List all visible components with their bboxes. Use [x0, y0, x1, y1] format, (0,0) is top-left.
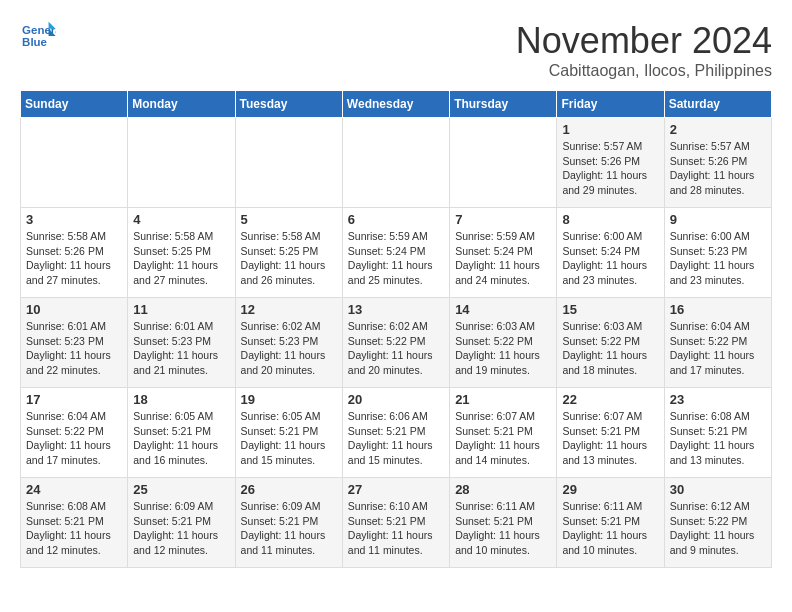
day-info: Sunrise: 5:59 AMSunset: 5:24 PMDaylight:…	[348, 229, 444, 288]
weekday-row: SundayMondayTuesdayWednesdayThursdayFrid…	[21, 91, 772, 118]
day-number: 15	[562, 302, 658, 317]
day-number: 20	[348, 392, 444, 407]
day-number: 24	[26, 482, 122, 497]
calendar-cell: 16Sunrise: 6:04 AMSunset: 5:22 PMDayligh…	[664, 298, 771, 388]
calendar-cell: 2Sunrise: 5:57 AMSunset: 5:26 PMDaylight…	[664, 118, 771, 208]
day-number: 6	[348, 212, 444, 227]
location-subtitle: Cabittaogan, Ilocos, Philippines	[516, 62, 772, 80]
calendar-table: SundayMondayTuesdayWednesdayThursdayFrid…	[20, 90, 772, 568]
day-number: 14	[455, 302, 551, 317]
day-number: 25	[133, 482, 229, 497]
day-number: 5	[241, 212, 337, 227]
day-info: Sunrise: 6:02 AMSunset: 5:22 PMDaylight:…	[348, 319, 444, 378]
calendar-cell: 3Sunrise: 5:58 AMSunset: 5:26 PMDaylight…	[21, 208, 128, 298]
calendar-cell: 5Sunrise: 5:58 AMSunset: 5:25 PMDaylight…	[235, 208, 342, 298]
day-info: Sunrise: 5:57 AMSunset: 5:26 PMDaylight:…	[670, 139, 766, 198]
day-number: 10	[26, 302, 122, 317]
day-info: Sunrise: 5:58 AMSunset: 5:26 PMDaylight:…	[26, 229, 122, 288]
day-info: Sunrise: 6:01 AMSunset: 5:23 PMDaylight:…	[26, 319, 122, 378]
day-info: Sunrise: 5:59 AMSunset: 5:24 PMDaylight:…	[455, 229, 551, 288]
day-number: 26	[241, 482, 337, 497]
day-number: 1	[562, 122, 658, 137]
day-number: 18	[133, 392, 229, 407]
day-info: Sunrise: 6:00 AMSunset: 5:24 PMDaylight:…	[562, 229, 658, 288]
calendar-cell: 23Sunrise: 6:08 AMSunset: 5:21 PMDayligh…	[664, 388, 771, 478]
calendar-cell: 29Sunrise: 6:11 AMSunset: 5:21 PMDayligh…	[557, 478, 664, 568]
day-number: 3	[26, 212, 122, 227]
day-number: 9	[670, 212, 766, 227]
logo-icon: General Blue	[20, 20, 56, 50]
logo: General Blue	[20, 20, 56, 50]
day-number: 27	[348, 482, 444, 497]
calendar-cell: 25Sunrise: 6:09 AMSunset: 5:21 PMDayligh…	[128, 478, 235, 568]
day-number: 16	[670, 302, 766, 317]
calendar-week-row: 3Sunrise: 5:58 AMSunset: 5:26 PMDaylight…	[21, 208, 772, 298]
calendar-cell: 28Sunrise: 6:11 AMSunset: 5:21 PMDayligh…	[450, 478, 557, 568]
calendar-cell	[21, 118, 128, 208]
calendar-cell	[450, 118, 557, 208]
day-number: 2	[670, 122, 766, 137]
title-area: November 2024 Cabittaogan, Ilocos, Phili…	[516, 20, 772, 80]
calendar-cell: 30Sunrise: 6:12 AMSunset: 5:22 PMDayligh…	[664, 478, 771, 568]
weekday-header: Monday	[128, 91, 235, 118]
calendar-cell: 26Sunrise: 6:09 AMSunset: 5:21 PMDayligh…	[235, 478, 342, 568]
calendar-cell: 20Sunrise: 6:06 AMSunset: 5:21 PMDayligh…	[342, 388, 449, 478]
day-number: 12	[241, 302, 337, 317]
calendar-cell: 27Sunrise: 6:10 AMSunset: 5:21 PMDayligh…	[342, 478, 449, 568]
day-info: Sunrise: 6:04 AMSunset: 5:22 PMDaylight:…	[670, 319, 766, 378]
day-info: Sunrise: 6:07 AMSunset: 5:21 PMDaylight:…	[562, 409, 658, 468]
weekday-header: Saturday	[664, 91, 771, 118]
calendar-cell: 17Sunrise: 6:04 AMSunset: 5:22 PMDayligh…	[21, 388, 128, 478]
day-info: Sunrise: 6:09 AMSunset: 5:21 PMDaylight:…	[241, 499, 337, 558]
calendar-header: SundayMondayTuesdayWednesdayThursdayFrid…	[21, 91, 772, 118]
day-info: Sunrise: 6:12 AMSunset: 5:22 PMDaylight:…	[670, 499, 766, 558]
day-number: 19	[241, 392, 337, 407]
day-info: Sunrise: 6:07 AMSunset: 5:21 PMDaylight:…	[455, 409, 551, 468]
day-info: Sunrise: 5:58 AMSunset: 5:25 PMDaylight:…	[241, 229, 337, 288]
day-number: 13	[348, 302, 444, 317]
calendar-cell: 12Sunrise: 6:02 AMSunset: 5:23 PMDayligh…	[235, 298, 342, 388]
calendar-cell	[235, 118, 342, 208]
day-number: 28	[455, 482, 551, 497]
day-info: Sunrise: 6:03 AMSunset: 5:22 PMDaylight:…	[455, 319, 551, 378]
calendar-cell: 7Sunrise: 5:59 AMSunset: 5:24 PMDaylight…	[450, 208, 557, 298]
day-info: Sunrise: 6:01 AMSunset: 5:23 PMDaylight:…	[133, 319, 229, 378]
calendar-cell: 11Sunrise: 6:01 AMSunset: 5:23 PMDayligh…	[128, 298, 235, 388]
calendar-cell	[342, 118, 449, 208]
day-info: Sunrise: 5:58 AMSunset: 5:25 PMDaylight:…	[133, 229, 229, 288]
page-header: General Blue November 2024 Cabittaogan, …	[20, 20, 772, 80]
calendar-cell: 9Sunrise: 6:00 AMSunset: 5:23 PMDaylight…	[664, 208, 771, 298]
day-info: Sunrise: 6:06 AMSunset: 5:21 PMDaylight:…	[348, 409, 444, 468]
calendar-week-row: 1Sunrise: 5:57 AMSunset: 5:26 PMDaylight…	[21, 118, 772, 208]
day-info: Sunrise: 6:10 AMSunset: 5:21 PMDaylight:…	[348, 499, 444, 558]
day-info: Sunrise: 6:11 AMSunset: 5:21 PMDaylight:…	[455, 499, 551, 558]
calendar-cell: 15Sunrise: 6:03 AMSunset: 5:22 PMDayligh…	[557, 298, 664, 388]
calendar-cell: 4Sunrise: 5:58 AMSunset: 5:25 PMDaylight…	[128, 208, 235, 298]
day-number: 22	[562, 392, 658, 407]
day-number: 8	[562, 212, 658, 227]
day-info: Sunrise: 6:05 AMSunset: 5:21 PMDaylight:…	[133, 409, 229, 468]
day-number: 29	[562, 482, 658, 497]
day-number: 7	[455, 212, 551, 227]
day-number: 30	[670, 482, 766, 497]
day-info: Sunrise: 6:05 AMSunset: 5:21 PMDaylight:…	[241, 409, 337, 468]
weekday-header: Wednesday	[342, 91, 449, 118]
calendar-cell: 21Sunrise: 6:07 AMSunset: 5:21 PMDayligh…	[450, 388, 557, 478]
calendar-cell: 14Sunrise: 6:03 AMSunset: 5:22 PMDayligh…	[450, 298, 557, 388]
day-number: 11	[133, 302, 229, 317]
calendar-cell: 19Sunrise: 6:05 AMSunset: 5:21 PMDayligh…	[235, 388, 342, 478]
calendar-cell: 6Sunrise: 5:59 AMSunset: 5:24 PMDaylight…	[342, 208, 449, 298]
calendar-cell: 10Sunrise: 6:01 AMSunset: 5:23 PMDayligh…	[21, 298, 128, 388]
day-number: 4	[133, 212, 229, 227]
day-info: Sunrise: 6:04 AMSunset: 5:22 PMDaylight:…	[26, 409, 122, 468]
day-info: Sunrise: 6:08 AMSunset: 5:21 PMDaylight:…	[26, 499, 122, 558]
day-info: Sunrise: 5:57 AMSunset: 5:26 PMDaylight:…	[562, 139, 658, 198]
month-title: November 2024	[516, 20, 772, 62]
calendar-cell	[128, 118, 235, 208]
day-info: Sunrise: 6:08 AMSunset: 5:21 PMDaylight:…	[670, 409, 766, 468]
calendar-cell: 24Sunrise: 6:08 AMSunset: 5:21 PMDayligh…	[21, 478, 128, 568]
calendar-week-row: 24Sunrise: 6:08 AMSunset: 5:21 PMDayligh…	[21, 478, 772, 568]
calendar-week-row: 10Sunrise: 6:01 AMSunset: 5:23 PMDayligh…	[21, 298, 772, 388]
weekday-header: Tuesday	[235, 91, 342, 118]
day-info: Sunrise: 6:00 AMSunset: 5:23 PMDaylight:…	[670, 229, 766, 288]
